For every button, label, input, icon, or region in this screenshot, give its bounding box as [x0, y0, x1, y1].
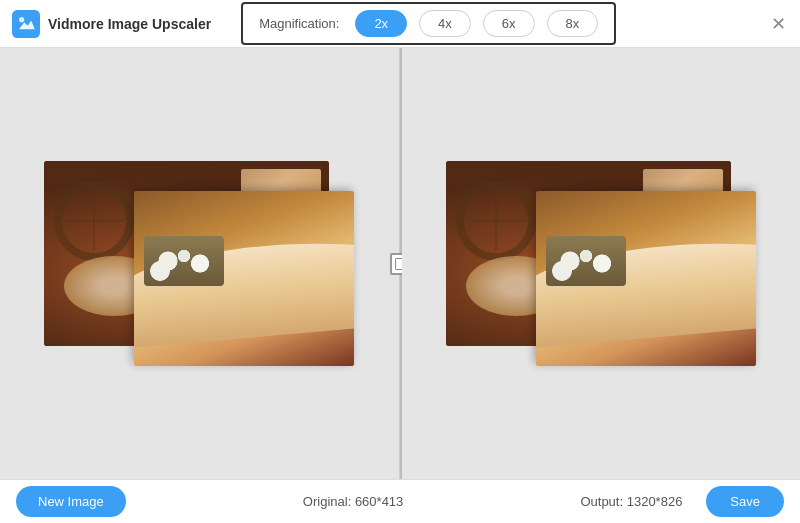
new-image-button[interactable]: New Image	[16, 486, 126, 517]
app-logo-icon	[12, 10, 40, 38]
original-photo-stack	[44, 161, 354, 366]
original-image-panel	[0, 48, 400, 479]
output-photo-front	[536, 191, 756, 366]
mag-6x-button[interactable]: 6x	[483, 10, 535, 37]
bottom-center: Original: 660*413	[303, 494, 403, 509]
mag-8x-button[interactable]: 8x	[547, 10, 599, 37]
bike-wheel-decoration	[54, 181, 134, 261]
bottom-bar: New Image Original: 660*413 Output: 1320…	[0, 479, 800, 523]
close-button[interactable]: ✕	[771, 15, 786, 33]
magnification-label: Magnification:	[259, 16, 339, 31]
original-info: Original: 660*413	[303, 494, 403, 509]
mag-4x-button[interactable]: 4x	[419, 10, 471, 37]
original-front-image	[134, 191, 354, 366]
output-bike-wheel-decoration	[456, 181, 536, 261]
output-photo-stack	[446, 161, 756, 366]
magnification-panel: Magnification: 2x 4x 6x 8x	[241, 2, 616, 45]
title-bar: Vidmore Image Upscaler Magnification: 2x…	[0, 0, 800, 48]
original-photo-front	[134, 191, 354, 366]
output-front-image	[536, 191, 756, 366]
output-image-panel	[402, 48, 801, 479]
output-info: Output: 1320*826	[580, 494, 682, 509]
bottom-left-actions: New Image	[16, 486, 126, 517]
mag-2x-button[interactable]: 2x	[355, 10, 407, 37]
save-button[interactable]: Save	[706, 486, 784, 517]
main-area	[0, 48, 800, 479]
app-title: Vidmore Image Upscaler	[48, 16, 211, 32]
bottom-right: Output: 1320*826 Save	[580, 486, 784, 517]
svg-point-1	[19, 17, 24, 22]
